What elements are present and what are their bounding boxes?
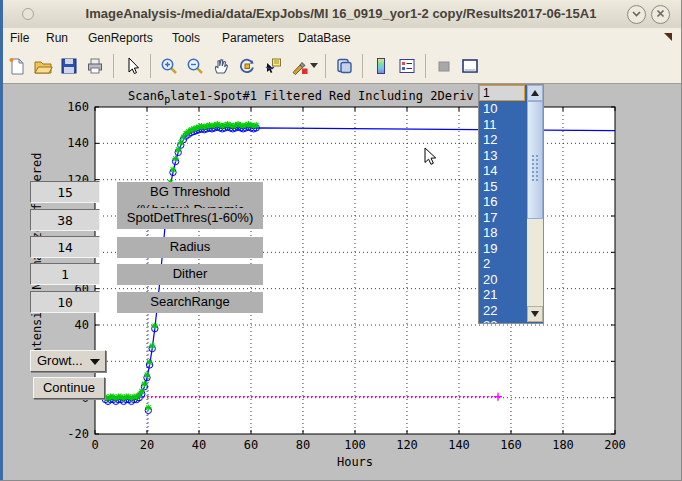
plot-title-post: late1-Spot#1 Filtered Red Including 2Der…	[170, 89, 495, 103]
dropdown-option[interactable]: 15	[479, 179, 527, 195]
spotdetthres-input[interactable]	[30, 209, 100, 231]
brush-icon	[289, 56, 309, 76]
scrollbar-track[interactable]	[527, 219, 543, 306]
toolbar-separator	[150, 54, 151, 78]
insert-legend-button[interactable]	[394, 53, 420, 79]
plot-title: Scan6plate1-Spot#1 Filtered Red Includin…	[128, 89, 495, 105]
growth-popup-label: Growt...	[37, 353, 83, 368]
disabled-tool-icon	[434, 56, 454, 76]
pointer-icon	[122, 56, 142, 76]
figure-canvas[interactable]	[0, 84, 682, 481]
menu-parameters[interactable]: Parameters	[222, 31, 284, 45]
plot-tools-button[interactable]	[457, 53, 483, 79]
new-document-button[interactable]	[4, 53, 30, 79]
close-icon	[653, 6, 668, 21]
printer-icon	[85, 56, 105, 76]
scrollbar-grip-icon	[531, 154, 540, 182]
dropdown-option[interactable]: 16	[479, 194, 527, 210]
save-button[interactable]	[56, 53, 82, 79]
dropdown-option[interactable]: 14	[479, 163, 527, 179]
window-title: ImageAnalysis-/media/data/ExpJobs/MI 16_…	[0, 6, 682, 21]
toolbar	[0, 48, 682, 84]
popup-arrow-icon	[90, 359, 100, 365]
menu-tools[interactable]: Tools	[172, 31, 200, 45]
titlebar[interactable]: ImageAnalysis-/media/data/ExpJobs/MI 16_…	[0, 0, 682, 29]
plot-tools-icon	[460, 56, 480, 76]
pan-tool-button[interactable]	[208, 53, 234, 79]
open-folder-icon	[33, 56, 53, 76]
data-cursor-icon	[263, 56, 283, 76]
menu-file[interactable]: File	[10, 31, 29, 45]
brush-data-button[interactable]	[286, 53, 320, 79]
dropdown-option[interactable]: 18	[479, 225, 527, 241]
new-document-icon	[7, 56, 27, 76]
toolbar-separator	[425, 54, 426, 78]
dropdown-option[interactable]: 2	[479, 256, 527, 272]
bg-threshold-label: BG Threshold	[117, 182, 263, 203]
legend-icon	[397, 56, 417, 76]
insert-colorbar-button[interactable]	[368, 53, 394, 79]
dropdown-option[interactable]: 23	[479, 318, 527, 323]
chevron-down-icon	[629, 6, 644, 21]
dropdown-option[interactable]: 22	[479, 303, 527, 319]
continue-label: Continue	[43, 380, 95, 395]
zoom-in-button[interactable]	[156, 53, 182, 79]
menu-overflow-icon[interactable]	[664, 33, 672, 41]
continue-button[interactable]: Continue	[33, 377, 105, 399]
plot-title-pre: Scan6	[128, 89, 164, 103]
dropdown-option[interactable]: 11	[479, 117, 527, 133]
minimize-button[interactable]	[627, 5, 646, 24]
menubar: File Run GenReports Tools Parameters Dat…	[0, 28, 682, 48]
toolbar-separator	[113, 54, 114, 78]
window-frame-edge	[0, 0, 3, 481]
scan-number-dropdown[interactable]: 1 10111213141516171819220212223	[478, 84, 544, 324]
zoom-in-icon	[159, 56, 179, 76]
link-plots-button[interactable]	[331, 53, 357, 79]
scrollbar-thumb[interactable]	[527, 101, 543, 219]
scrollbar-up-button[interactable]	[527, 85, 543, 101]
print-button[interactable]	[82, 53, 108, 79]
brush-dropdown-icon[interactable]	[310, 63, 318, 68]
arrow-down-icon	[531, 311, 539, 317]
scrollbar-down-button[interactable]	[527, 306, 543, 322]
bg-threshold-input[interactable]	[30, 181, 100, 203]
toolbar-separator	[362, 54, 363, 78]
growth-popup-button[interactable]: Growt...	[30, 350, 106, 372]
searchrange-input[interactable]	[30, 291, 100, 313]
rotate-3d-icon	[237, 56, 257, 76]
pan-hand-icon	[211, 56, 231, 76]
colorbar-icon	[371, 56, 391, 76]
app-window: ImageAnalysis-/media/data/ExpJobs/MI 16_…	[0, 0, 682, 481]
data-cursor-button[interactable]	[260, 53, 286, 79]
arrow-up-icon	[531, 90, 539, 96]
disabled-tool-button	[431, 53, 457, 79]
radius-input[interactable]	[30, 236, 100, 258]
dropdown-option[interactable]: 19	[479, 241, 527, 257]
dropdown-selected-value[interactable]: 1	[479, 85, 525, 101]
link-plots-icon	[334, 56, 354, 76]
dropdown-option[interactable]: 12	[479, 132, 527, 148]
dropdown-option[interactable]: 20	[479, 272, 527, 288]
menu-database[interactable]: DataBase	[298, 31, 351, 45]
dither-label: Dither	[117, 264, 263, 285]
menu-genreports[interactable]: GenReports	[88, 31, 153, 45]
radius-label: Radius	[117, 237, 263, 258]
mouse-cursor	[424, 147, 438, 167]
dither-input[interactable]	[30, 263, 100, 285]
save-floppy-icon	[59, 56, 79, 76]
dropdown-option[interactable]: 10	[479, 101, 527, 117]
zoom-out-button[interactable]	[182, 53, 208, 79]
rotate-3d-button[interactable]	[234, 53, 260, 79]
pointer-tool-button[interactable]	[119, 53, 145, 79]
close-button[interactable]	[651, 5, 670, 24]
menu-run[interactable]: Run	[46, 31, 68, 45]
dropdown-option[interactable]: 21	[479, 287, 527, 303]
searchrange-label: SearchRange	[117, 292, 263, 313]
open-file-button[interactable]	[30, 53, 56, 79]
toolbar-separator	[325, 54, 326, 78]
spotdetthres-label: SpotDetThres(1-60%)	[117, 208, 263, 229]
dropdown-option[interactable]: 17	[479, 210, 527, 226]
dropdown-list[interactable]: 10111213141516171819220212223	[479, 101, 527, 323]
dropdown-option[interactable]: 13	[479, 148, 527, 164]
dropdown-scrollbar[interactable]	[527, 85, 543, 323]
